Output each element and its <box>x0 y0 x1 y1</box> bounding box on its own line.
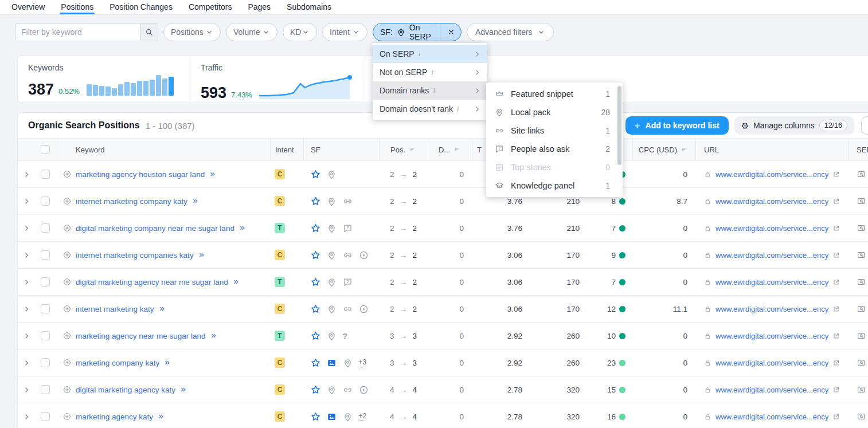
add-keyword-icon[interactable] <box>62 197 72 206</box>
add-keyword-icon[interactable] <box>62 277 72 286</box>
row-expand-button[interactable] <box>18 386 35 394</box>
url-link[interactable]: www.ewrdigital.com/service...ency <box>715 224 828 233</box>
row-checkbox[interactable] <box>41 385 50 394</box>
keyword-link[interactable]: digital marketing agency near me sugar l… <box>76 278 228 286</box>
add-keyword-icon[interactable] <box>62 170 72 179</box>
row-checkbox[interactable] <box>41 197 50 206</box>
row-expand-button[interactable] <box>18 413 35 421</box>
serp-preview-icon[interactable] <box>856 411 866 422</box>
keyword-link[interactable]: marketing agency near me sugar land <box>76 332 206 340</box>
external-link-icon[interactable] <box>832 170 840 179</box>
goto-keyword-icon[interactable] <box>232 278 240 286</box>
filter-pill-intent[interactable]: Intent <box>322 23 367 41</box>
keyword-link[interactable]: internet marketing katy <box>76 305 154 313</box>
goto-keyword-icon[interactable] <box>191 197 200 205</box>
goto-keyword-icon[interactable] <box>158 305 166 313</box>
external-link-icon[interactable] <box>832 359 840 367</box>
tab-overview[interactable]: Overview <box>11 0 45 14</box>
submenu-item-site-links[interactable]: Site links1 <box>486 121 623 140</box>
row-expand-button[interactable] <box>18 305 35 313</box>
keyword-search-button[interactable] <box>140 23 158 41</box>
external-link-icon[interactable] <box>832 278 840 286</box>
url-link[interactable]: www.ewrdigital.com/service...ency <box>715 278 828 286</box>
row-checkbox[interactable] <box>41 277 50 286</box>
goto-keyword-icon[interactable] <box>209 170 217 178</box>
keyword-link[interactable]: marketing agency katy <box>76 413 153 421</box>
goto-keyword-icon[interactable] <box>157 413 165 421</box>
row-expand-button[interactable] <box>18 170 35 179</box>
advanced-filters-button[interactable]: Advanced filters <box>467 23 554 41</box>
row-expand-button[interactable] <box>18 359 35 367</box>
tab-competitors[interactable]: Competitors <box>189 0 232 14</box>
keyword-link[interactable]: marketing agency houston sugar land <box>76 170 205 179</box>
serp-preview-icon[interactable] <box>856 331 866 341</box>
manage-columns-button[interactable]: ⚙ Manage columns 12/16 <box>734 116 854 135</box>
row-checkbox[interactable] <box>41 331 50 340</box>
column-header-pos[interactable]: Pos. <box>379 139 428 160</box>
external-link-icon[interactable] <box>832 386 840 394</box>
external-link-icon[interactable] <box>832 332 840 340</box>
serp-preview-icon[interactable] <box>856 358 866 368</box>
add-keyword-icon[interactable] <box>62 358 72 367</box>
keyword-link[interactable]: internet marketing company katy <box>76 197 187 206</box>
menu-item-domain-ranks[interactable]: Domain ranksi <box>373 81 487 100</box>
row-checkbox[interactable] <box>41 223 50 233</box>
filter-pill-positions[interactable]: Positions <box>163 23 221 41</box>
submenu-item-knowledge-panel[interactable]: Knowledge panel1 <box>486 176 623 195</box>
url-link[interactable]: www.ewrdigital.com/service...ency <box>715 386 828 394</box>
add-to-keyword-list-button[interactable]: + Add to keyword list <box>625 116 729 135</box>
filter-pill-volume[interactable]: Volume <box>226 23 277 41</box>
goto-keyword-icon[interactable] <box>179 386 187 394</box>
url-link[interactable]: www.ewrdigital.com/service...ency <box>715 305 828 313</box>
tab-positions[interactable]: Positions <box>61 0 93 14</box>
row-expand-button[interactable] <box>18 197 35 206</box>
add-keyword-icon[interactable] <box>62 412 72 421</box>
row-checkbox[interactable] <box>41 304 50 313</box>
row-expand-button[interactable] <box>18 332 35 340</box>
sort-icon[interactable] <box>681 146 689 154</box>
add-keyword-icon[interactable] <box>62 223 72 233</box>
row-checkbox[interactable] <box>41 170 50 179</box>
submenu-scrollbar-thumb[interactable] <box>617 86 621 165</box>
tab-subdomains[interactable]: Subdomains <box>287 0 331 14</box>
external-link-icon[interactable] <box>832 197 840 206</box>
external-link-icon[interactable] <box>832 224 840 233</box>
row-expand-button[interactable] <box>18 224 35 233</box>
url-link[interactable]: www.ewrdigital.com/service...ency <box>715 170 828 179</box>
serp-preview-icon[interactable] <box>856 384 866 395</box>
url-link[interactable]: www.ewrdigital.com/service...ency <box>715 413 828 421</box>
menu-item-not-on-serp[interactable]: Not on SERPi <box>373 63 487 81</box>
goto-keyword-icon[interactable] <box>238 224 247 232</box>
row-checkbox[interactable] <box>41 358 50 367</box>
submenu-item-people-also-ask[interactable]: ?People also ask2 <box>486 140 623 158</box>
row-checkbox[interactable] <box>41 250 50 260</box>
menu-item-on-serp[interactable]: On SERPi <box>373 45 487 63</box>
submenu-item-featured-snippet[interactable]: Featured snippet1 <box>486 85 623 103</box>
keyword-link[interactable]: digital marketing company near me sugar … <box>76 224 234 233</box>
tab-position-changes[interactable]: Position Changes <box>110 0 173 14</box>
keyword-link[interactable]: marketing company katy <box>76 359 159 367</box>
url-link[interactable]: www.ewrdigital.com/service...ency <box>715 359 828 367</box>
external-link-icon[interactable] <box>832 305 840 313</box>
partially-visible-button[interactable] <box>861 116 868 135</box>
submenu-item-local-pack[interactable]: Local pack28 <box>486 103 623 121</box>
add-keyword-icon[interactable] <box>62 385 72 394</box>
row-checkbox[interactable] <box>41 412 50 421</box>
tab-pages[interactable]: Pages <box>248 0 271 14</box>
external-link-icon[interactable] <box>832 251 840 260</box>
add-keyword-icon[interactable] <box>62 250 72 260</box>
goto-keyword-icon[interactable] <box>163 359 171 367</box>
goto-keyword-icon[interactable] <box>210 332 218 340</box>
column-header-diff[interactable]: D... <box>428 139 472 160</box>
serp-preview-icon[interactable] <box>856 196 866 206</box>
keyword-link[interactable]: digital marketing agency katy <box>76 386 175 394</box>
url-link[interactable]: www.ewrdigital.com/service...ency <box>715 251 828 260</box>
row-expand-button[interactable] <box>18 278 35 286</box>
serp-preview-icon[interactable] <box>856 169 866 179</box>
serp-preview-icon[interactable] <box>856 304 866 314</box>
row-expand-button[interactable] <box>18 251 35 260</box>
column-header-cpc[interactable]: CPC (USD) <box>632 139 695 160</box>
url-link[interactable]: www.ewrdigital.com/service...ency <box>715 332 828 340</box>
serp-preview-icon[interactable] <box>856 277 866 287</box>
sort-icon[interactable] <box>453 146 462 154</box>
